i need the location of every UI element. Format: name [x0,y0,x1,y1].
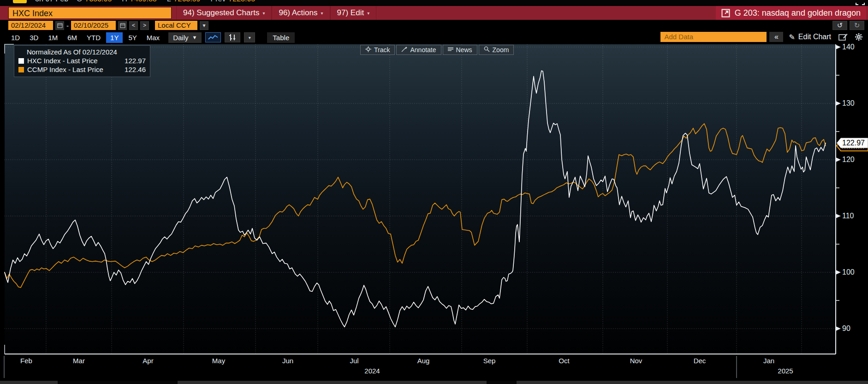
y-tick-label: 90 [842,324,850,332]
add-data-input[interactable]: Add Data [660,32,767,42]
plot-area[interactable] [5,44,836,354]
session-label: on 07 Feb [35,0,68,3]
menu--actions[interactable]: 96) Actions▾ [272,6,330,20]
legend-row: CCMP Index - Last Price 122.46 [18,66,146,73]
x-tick-label: Dec [694,357,706,365]
bottom-strip [0,381,868,384]
period-1y[interactable]: 1Y [106,32,123,43]
x-tick-label: Mar [73,357,85,365]
price-tag-value: 122.97 [842,139,865,147]
chart-settings-icon[interactable] [837,32,850,42]
annotate-button[interactable]: Annotate [396,45,441,55]
y-tick-arrow [836,326,841,331]
year-label: 2024 [364,367,380,375]
gear-icon[interactable] [852,32,865,42]
start-date-input[interactable]: 02/12/2024 [8,21,53,30]
period-3d[interactable]: 3D [25,32,42,43]
edit-chart-label: Edit Chart [798,33,831,41]
x-tick-label: Oct [559,357,570,365]
y-tick-arrow [836,101,841,106]
zoom-button[interactable]: Zoom [479,45,514,55]
line-chart-type-button[interactable] [205,32,221,42]
period-5y[interactable]: 5Y [124,32,141,43]
year-label: 2025 [778,367,793,375]
zoom-icon [484,46,490,54]
y-tick-arrow [836,270,841,275]
series-value: 122.97 [125,57,146,65]
series-swatch [18,67,24,72]
currency-caret[interactable]: ▾ [200,21,208,30]
chart-legend: Normalized As Of 02/12/2024 HXC Index - … [14,45,150,77]
frequency-select[interactable]: Daily ▼ [168,32,202,43]
collapse-panel-button[interactable]: « [769,32,783,42]
range-separator: - [66,22,69,30]
export-icon[interactable] [721,9,730,18]
y-tick-arrow [836,214,841,218]
track-icon [365,46,371,54]
period-6m[interactable]: 6M [63,32,81,43]
series-label: HXC Index - Last Price [27,57,121,65]
table-button[interactable]: Table [267,32,295,43]
period-max[interactable]: Max [143,32,164,43]
legend-title: Normalized As Of 02/12/2024 [18,48,146,56]
range-back-button[interactable]: < [129,21,138,30]
undo-icon[interactable]: ↺ [832,21,847,30]
quote-field: O7353.05 [77,0,112,3]
quote-field: L7263.59 [167,0,201,3]
bar-chart-type-button[interactable] [225,32,240,42]
x-tick-label: Sep [483,357,496,365]
function-title-box: G 203: nasdaq and golden dragon [716,6,866,20]
range-forward-button[interactable]: > [140,21,149,30]
alert-icon [13,0,27,3]
track-button[interactable]: Track [360,45,395,55]
quote-fields: O7353.05H7459.88L7263.59Prev7228.05 [77,0,265,3]
series-value: 122.46 [125,66,146,73]
edit-chart-button[interactable]: ✎ Edit Chart [786,33,834,42]
news-button[interactable]: News [443,45,477,55]
menu--edit[interactable]: 97) Edit▾ [330,6,377,20]
quote-field: Prev7228.05 [211,0,256,3]
y-tick-label: 110 [842,212,854,220]
y-tick-label: 140 [842,43,855,51]
y-tick-arrow [836,45,841,49]
y-tick-label: 100 [842,268,855,276]
start-calendar-icon[interactable] [55,21,64,30]
x-tick-label: Nov [630,357,642,365]
pencil-icon: ✎ [789,33,795,42]
annotate-icon [401,47,407,54]
end-date-input[interactable]: 02/10/2025 [71,21,116,30]
quote-field: H7459.88 [122,0,156,3]
ticker-strip: on 07 Feb O7353.05H7459.88L7263.59Prev72… [0,0,868,6]
snapshot-icon[interactable] [855,0,865,6]
period-ytd[interactable]: YTD [83,32,105,43]
x-tick-label: Apr [143,357,153,365]
range-bar: 02/12/2024 - 02/10/2025 < > Local CCY ▾ … [0,20,868,31]
chart-tools: TrackAnnotateNewsZoom [360,45,514,55]
period-1m[interactable]: 1M [44,32,62,43]
x-tick-label: Jun [282,357,293,365]
function-title: G 203: nasdaq and golden dragon [735,8,861,18]
redo-icon[interactable]: ↻ [850,21,864,30]
chart-toolbar: 1D3D1M6MYTD1Y5YMax Daily ▼ ▾ Table Add D… [0,31,868,44]
x-tick-label: Feb [20,357,32,365]
y-tick-label: 120 [842,156,855,163]
y-tick-arrow [836,157,841,162]
chart-type-caret[interactable]: ▾ [244,32,255,42]
x-tick-label: May [212,357,226,365]
x-tick-label: Jul [350,357,358,365]
y-tick-label: 130 [842,99,855,107]
news-icon [448,47,453,54]
currency-select[interactable]: Local CCY [155,21,197,30]
x-tick-label: Jan [763,357,774,365]
security-input[interactable]: HXC Index [8,7,172,19]
x-tick-label: Aug [417,357,430,365]
series-swatch [18,58,24,64]
frequency-label: Daily [173,34,188,42]
end-calendar-icon[interactable] [118,21,127,30]
chevron-down-icon: ▼ [192,35,197,40]
period-1d[interactable]: 1D [7,32,24,43]
function-bar: HXC Index 94) Suggested Charts▾96) Actio… [0,6,868,20]
legend-row: HXC Index - Last Price 122.97 [18,57,146,65]
menu--suggested-charts[interactable]: 94) Suggested Charts▾ [176,6,272,20]
series-label: CCMP Index - Last Price [27,66,121,73]
